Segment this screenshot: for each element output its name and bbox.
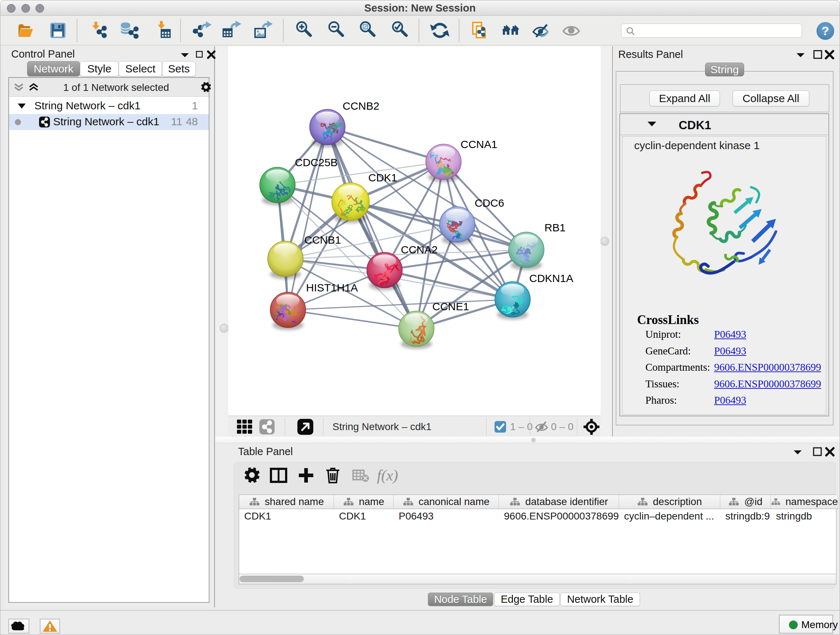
control-tab-sets[interactable]: Sets [162,61,196,76]
column-header-name[interactable]: name [334,495,393,509]
table-cell[interactable]: stringdb [771,509,838,523]
table-function-builder-icon[interactable]: f(x) [377,466,409,485]
crosslink-link[interactable]: P06493 [714,345,746,357]
network-options-gear-icon[interactable] [200,81,213,92]
help-button[interactable]: ? [816,22,834,40]
column-header-shared-name[interactable]: shared name [239,495,334,509]
table-panel-float-icon[interactable] [810,447,824,457]
hide-selected-icon[interactable] [531,20,551,41]
network-node-CCNB2[interactable] [309,109,345,147]
birds-eye-view-icon[interactable] [236,418,250,429]
network-node-CCNE1[interactable] [399,311,434,349]
show-all-icon[interactable] [561,20,581,41]
crosslink-link[interactable]: P06493 [714,394,746,406]
results-panel-close-icon[interactable] [823,49,836,60]
memory-button[interactable]: Memory [779,615,833,633]
network-node-CCNB1[interactable] [268,241,303,279]
network-node-CDC6[interactable] [439,207,475,247]
protein-structure-image [644,169,782,290]
refresh-icon[interactable] [430,20,450,41]
crosslink-label: Uniprot: [645,328,681,340]
scrollbar-thumb[interactable] [240,576,304,582]
cloud-status-button[interactable] [8,619,29,633]
network-canvas[interactable]: CDK1 – CCNB1CDK1 – CCNB2CDK1 – CCNA2CDK1… [228,46,600,416]
zoom-in-icon[interactable] [295,20,316,41]
column-header-canonical-name[interactable]: canonical name [393,495,499,509]
network-node-CDKN1A[interactable] [495,282,531,321]
table-tab-node-table[interactable]: Node Table [428,593,493,606]
export-table-icon[interactable] [221,20,241,41]
network-share-badge-icon[interactable] [259,419,273,430]
save-session-icon[interactable] [48,20,68,41]
table-delete-table-icon[interactable] [351,466,370,485]
vertical-splitter-handle-left[interactable] [219,324,229,333]
table-tab-network-table[interactable]: Network Table [561,593,640,606]
table-horizontal-scrollbar[interactable] [239,574,836,584]
table-tab-edge-table[interactable]: Edge Table [494,593,560,606]
import-network-icon[interactable] [87,20,107,41]
network-edge[interactable]: HIST1H1A – CCNE1 [288,310,416,329]
fit-content-crosshair-icon[interactable] [583,418,597,429]
export-network-icon[interactable] [191,20,212,41]
column-header-@id[interactable]: @id [720,495,771,509]
import-network-database-icon[interactable] [118,20,139,41]
toolbar-divider [283,19,284,42]
zoom-selected-icon[interactable] [391,20,411,41]
column-header-namespace[interactable]: namespace [771,495,838,509]
table-columns-icon[interactable] [269,466,288,485]
control-tab-select[interactable]: Select [118,61,162,76]
control-tab-network[interactable]: Network [27,61,80,76]
control-panel-menu-icon[interactable] [178,49,192,60]
results-tab-string[interactable]: String [705,63,744,76]
horizontal-splitter-handle[interactable] [531,438,536,442]
node-table: shared nameCDK1nameCDK1canonical nameP06… [239,494,836,574]
table-cell[interactable]: stringdb:9... [720,509,771,523]
network-edge[interactable]: CCNB2 – CCNA1 [327,127,444,162]
collapse-all-button[interactable]: Collapse All [733,90,809,106]
table-cell[interactable]: P06493 [393,509,499,523]
collapse-protein-icon[interactable] [646,119,660,130]
export-image-icon[interactable] [253,20,273,41]
crosslink-link[interactable]: P06493 [714,328,746,340]
table-panel-close-icon[interactable] [823,447,837,457]
network-node-RB1[interactable] [508,232,544,270]
horizontal-splitter[interactable] [215,437,840,443]
results-panel-menu-icon[interactable] [794,49,807,60]
search-input[interactable] [638,25,797,36]
copy-style-icon[interactable] [469,20,489,41]
crosslink-link[interactable]: 9606.ENSP00000378699 [714,378,821,390]
network-row-selected[interactable]: String Network – cdk1 11 48 [9,114,209,130]
column-header-database-identifier[interactable]: database identifier [499,495,619,509]
memory-button-label: Memory [801,619,838,631]
warning-status-button[interactable] [40,619,60,633]
table-cell[interactable]: 9606.ENSP00000378699 [499,509,619,523]
network-node-CCNA2[interactable] [367,252,402,292]
crosslink-link[interactable]: 9606.ENSP00000378699 [714,361,821,373]
table-gear-icon[interactable] [242,466,261,485]
network-node-CCNA1[interactable] [426,144,461,182]
open-in-window-icon[interactable] [297,418,311,429]
column-header-description[interactable]: description [619,495,720,509]
zoom-out-icon[interactable] [327,20,347,41]
vertical-splitter-handle-right[interactable] [600,237,609,246]
network-node-HIST1H1A[interactable] [270,292,306,334]
network-node-CDK1[interactable] [332,183,369,224]
network-edge[interactable]: CCNB2 – CCNE1 [327,127,416,329]
open-file-icon[interactable] [16,20,36,41]
import-table-icon[interactable] [152,20,172,41]
table-panel-menu-icon[interactable] [791,447,805,457]
network-selection-status: 1 of 1 Network selected [16,82,216,93]
table-cell[interactable]: cyclin–dependent ... [619,509,720,523]
home-pair-icon[interactable] [501,20,521,41]
node-label-RB1: RB1 [545,222,565,233]
network-node-CDC25B[interactable] [260,167,295,212]
zoom-fit-icon[interactable] [359,20,379,41]
table-add-column-icon[interactable] [297,466,316,485]
table-cell[interactable]: CDK1 [334,509,393,523]
expand-all-button[interactable]: Expand All [649,90,720,106]
table-delete-column-icon[interactable] [324,466,342,485]
network-collection-row[interactable]: String Network – cdk1 1 [9,98,209,114]
table-cell[interactable]: CDK1 [239,509,334,523]
control-tab-style[interactable]: Style [80,61,118,76]
protein-group-header[interactable]: CDK1 [620,114,829,135]
